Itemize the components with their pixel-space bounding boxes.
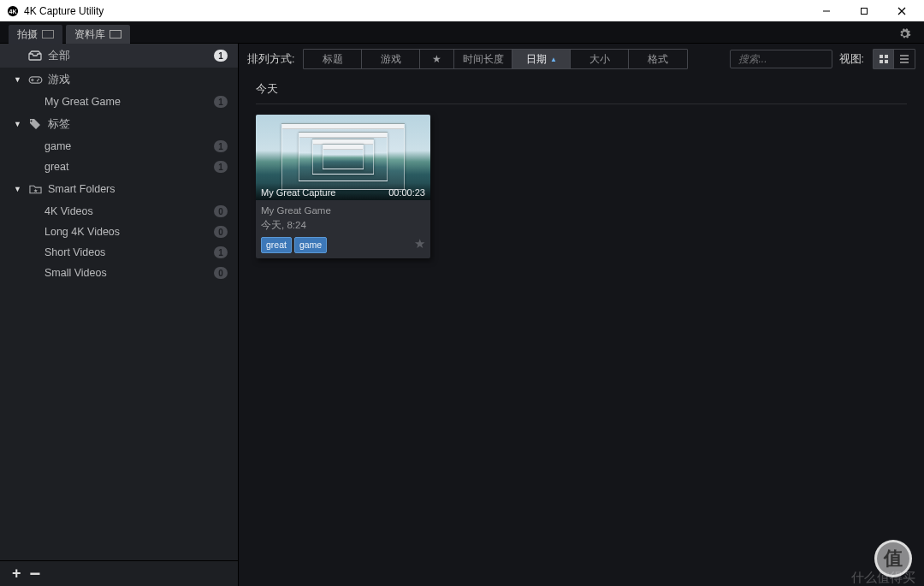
sort-format[interactable]: 格式 [629,50,687,68]
tab-library-label: 资料库 [74,27,105,42]
capture-tag-0[interactable]: great [261,237,292,254]
list-icon [899,54,909,64]
tab-library[interactable]: 资料库 [66,25,130,44]
gear-icon [898,27,911,40]
record-icon [42,30,54,38]
sidebar-section-tags[interactable]: ▼ 标签 [0,112,238,136]
tab-capture-label: 拍摄 [17,27,38,42]
sidebar-smart-label: Smart Folders [48,183,228,195]
close-button[interactable] [883,0,921,21]
svg-rect-13 [880,55,883,58]
sidebar-item-smart-1[interactable]: Long 4K Videos 0 [0,222,238,242]
sidebar-tags-label: 标签 [48,117,228,132]
view-label: 视图: [839,52,864,67]
gamepad-icon [27,75,43,85]
capture-thumbnail: My Great Capture 00:00:23 [256,115,430,200]
sort-button-group: 标题 游戏 ★ 时间长度 日期 ▲ 大小 格式 [303,49,688,69]
sidebar-item-all[interactable]: 全部 1 [0,44,238,68]
svg-text:★: ★ [33,188,38,193]
group-header-today: 今天 [256,74,907,104]
svg-point-7 [38,78,39,80]
sidebar-section-games[interactable]: ▼ 游戏 [0,68,238,92]
sidebar-all-label: 全部 [48,49,214,63]
smart-folder-icon: ★ [27,184,43,194]
add-button[interactable]: + [12,565,21,583]
view-list[interactable] [894,50,915,68]
chevron-down-icon: ▼ [14,120,26,128]
grid-icon [879,54,889,64]
watermark-text: 什么值得买 [851,570,915,586]
sidebar-item-game-0[interactable]: My Great Game 1 [0,92,238,112]
view-grid[interactable] [874,50,894,68]
sort-favorite[interactable]: ★ [420,50,454,68]
sidebar: 全部 1 ▼ 游戏 My Great Game 1 ▼ 标签 [0,44,239,586]
sort-title[interactable]: 标题 [304,50,362,68]
toolbar: 排列方式: 标题 游戏 ★ 时间长度 日期 ▲ 大小 格式 [239,44,924,74]
svg-rect-14 [885,55,888,58]
sort-date[interactable]: 日期 ▲ [512,50,571,68]
tab-capture[interactable]: 拍摄 [9,25,62,44]
chevron-down-icon: ▼ [14,185,26,193]
svg-point-8 [36,80,38,81]
inbox-icon [27,50,43,61]
capture-tag-1[interactable]: game [294,237,327,254]
tag-icon [27,118,43,130]
sort-label: 排列方式: [247,52,294,67]
sidebar-section-smart[interactable]: ▼ ★ Smart Folders [0,177,238,201]
capture-time: 今天, 8:24 [261,218,425,233]
window-title: 4K Capture Utility [24,5,104,17]
settings-button[interactable] [891,25,917,43]
sidebar-item-smart-3[interactable]: Small Videos 0 [0,263,238,283]
search-box[interactable] [730,50,832,68]
sidebar-item-tag-1[interactable]: great 1 [0,157,238,177]
svg-rect-3 [862,8,868,14]
tab-bar: 拍摄 资料库 [0,21,924,44]
svg-rect-16 [885,60,888,63]
sort-size[interactable]: 大小 [571,50,629,68]
content-area: 排列方式: 标题 游戏 ★ 时间长度 日期 ▲ 大小 格式 [239,44,924,586]
chevron-down-icon: ▼ [14,75,26,84]
capture-title: My Great Capture [261,187,335,198]
sort-game[interactable]: 游戏 [362,50,420,68]
sidebar-footer: + − [0,560,238,586]
capture-game: My Great Game [261,204,425,218]
sidebar-item-smart-2[interactable]: Short Videos 1 [0,242,238,263]
favorite-toggle[interactable]: ★ [414,234,425,254]
view-button-group [873,49,915,69]
capture-duration: 00:00:23 [388,187,425,198]
library-icon [110,30,121,38]
maximize-button[interactable] [845,0,883,21]
svg-text:4K: 4K [9,8,17,14]
svg-rect-15 [880,60,883,63]
sort-duration[interactable]: 时间长度 [454,50,512,68]
minimize-button[interactable] [808,0,845,21]
capture-card[interactable]: My Great Capture 00:00:23 My Great Game … [256,115,430,258]
sidebar-games-label: 游戏 [48,73,228,87]
star-icon: ★ [432,53,441,65]
sort-asc-icon: ▲ [550,56,557,63]
sidebar-all-count: 1 [214,50,228,62]
app-icon: 4K [7,5,19,17]
sidebar-item-tag-0[interactable]: game 1 [0,136,238,157]
window-titlebar: 4K 4K Capture Utility [0,0,924,21]
sidebar-item-smart-0[interactable]: 4K Videos 0 [0,201,238,222]
